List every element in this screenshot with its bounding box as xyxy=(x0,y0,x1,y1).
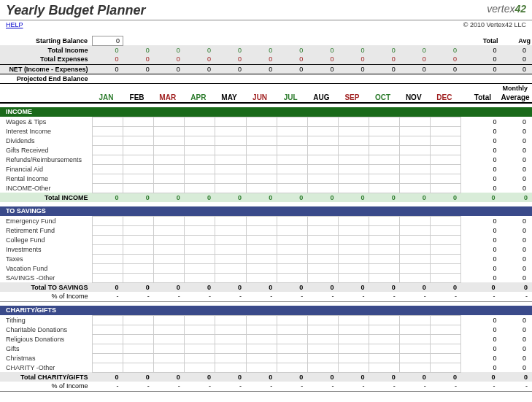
cell-2-1-2[interactable] xyxy=(154,325,185,334)
cell-2-4-3[interactable] xyxy=(185,353,215,363)
cell-1-1-1[interactable] xyxy=(123,225,154,235)
cell-0-5-7[interactable] xyxy=(307,164,338,174)
cell-2-4-11[interactable] xyxy=(431,353,461,363)
cell-1-5-10[interactable] xyxy=(400,263,431,273)
cell-2-4-1[interactable] xyxy=(123,353,154,363)
cell-1-3-7[interactable] xyxy=(307,244,338,254)
cell-1-2-0[interactable] xyxy=(92,235,123,244)
cell-1-0-7[interactable] xyxy=(307,216,338,225)
cell-0-5-11[interactable] xyxy=(431,164,461,174)
cell-1-1-6[interactable] xyxy=(277,225,307,235)
cell-1-3-4[interactable] xyxy=(215,244,246,254)
cell-2-5-1[interactable] xyxy=(123,363,154,372)
cell-2-1-3[interactable] xyxy=(185,325,215,334)
cell-0-5-1[interactable] xyxy=(123,164,154,174)
cell-0-7-5[interactable] xyxy=(246,183,277,193)
cell-2-2-10[interactable] xyxy=(400,334,431,344)
cell-0-5-9[interactable] xyxy=(369,164,400,174)
cell-1-2-5[interactable] xyxy=(246,235,277,244)
cell-2-2-6[interactable] xyxy=(277,334,307,344)
cell-0-1-6[interactable] xyxy=(277,126,307,136)
cell-1-2-3[interactable] xyxy=(185,235,215,244)
cell-1-2-4[interactable] xyxy=(215,235,246,244)
cell-2-2-9[interactable] xyxy=(369,334,400,344)
cell-2-2-1[interactable] xyxy=(123,334,154,344)
cell-1-3-10[interactable] xyxy=(400,244,431,254)
cell-1-0-11[interactable] xyxy=(431,216,461,225)
cell-0-2-10[interactable] xyxy=(400,136,431,145)
cell-2-0-4[interactable] xyxy=(215,315,246,325)
cell-2-5-11[interactable] xyxy=(431,363,461,372)
cell-1-3-3[interactable] xyxy=(185,244,215,254)
cell-1-1-8[interactable] xyxy=(338,225,369,235)
cell-1-4-0[interactable] xyxy=(92,254,123,263)
cell-2-1-8[interactable] xyxy=(338,325,369,334)
cell-1-5-8[interactable] xyxy=(338,263,369,273)
cell-0-4-4[interactable] xyxy=(215,155,246,164)
cell-0-3-10[interactable] xyxy=(400,145,431,155)
cell-0-0-0[interactable] xyxy=(92,117,123,126)
cell-2-3-0[interactable] xyxy=(92,344,123,353)
cell-2-1-5[interactable] xyxy=(246,325,277,334)
cell-0-2-1[interactable] xyxy=(123,136,154,145)
cell-2-1-10[interactable] xyxy=(400,325,431,334)
cell-2-0-11[interactable] xyxy=(431,315,461,325)
cell-0-7-2[interactable] xyxy=(154,183,185,193)
cell-0-1-1[interactable] xyxy=(123,126,154,136)
cell-0-5-5[interactable] xyxy=(246,164,277,174)
cell-2-0-6[interactable] xyxy=(277,315,307,325)
cell-2-3-9[interactable] xyxy=(369,344,400,353)
cell-1-6-4[interactable] xyxy=(215,273,246,282)
cell-0-0-8[interactable] xyxy=(338,117,369,126)
cell-2-2-5[interactable] xyxy=(246,334,277,344)
cell-2-0-0[interactable] xyxy=(92,315,123,325)
cell-1-2-8[interactable] xyxy=(338,235,369,244)
cell-1-0-3[interactable] xyxy=(185,216,215,225)
cell-0-7-1[interactable] xyxy=(123,183,154,193)
cell-1-6-2[interactable] xyxy=(154,273,185,282)
cell-1-6-8[interactable] xyxy=(338,273,369,282)
cell-1-1-3[interactable] xyxy=(185,225,215,235)
cell-1-6-5[interactable] xyxy=(246,273,277,282)
cell-0-4-1[interactable] xyxy=(123,155,154,164)
cell-0-3-4[interactable] xyxy=(215,145,246,155)
cell-0-0-5[interactable] xyxy=(246,117,277,126)
cell-0-2-2[interactable] xyxy=(154,136,185,145)
help-link[interactable]: HELP xyxy=(6,21,23,28)
cell-2-2-0[interactable] xyxy=(92,334,123,344)
cell-1-5-6[interactable] xyxy=(277,263,307,273)
cell-1-1-5[interactable] xyxy=(246,225,277,235)
cell-0-2-3[interactable] xyxy=(185,136,215,145)
cell-0-4-11[interactable] xyxy=(431,155,461,164)
cell-0-2-5[interactable] xyxy=(246,136,277,145)
cell-2-5-5[interactable] xyxy=(246,363,277,372)
cell-0-0-2[interactable] xyxy=(154,117,185,126)
cell-1-4-5[interactable] xyxy=(246,254,277,263)
cell-1-5-9[interactable] xyxy=(369,263,400,273)
cell-0-3-11[interactable] xyxy=(431,145,461,155)
starting-balance-input[interactable]: 0 xyxy=(92,36,123,45)
cell-0-6-2[interactable] xyxy=(154,174,185,183)
cell-0-5-3[interactable] xyxy=(185,164,215,174)
cell-0-4-10[interactable] xyxy=(400,155,431,164)
cell-0-0-9[interactable] xyxy=(369,117,400,126)
cell-1-3-8[interactable] xyxy=(338,244,369,254)
cell-2-1-1[interactable] xyxy=(123,325,154,334)
cell-1-1-10[interactable] xyxy=(400,225,431,235)
cell-1-4-10[interactable] xyxy=(400,254,431,263)
cell-2-4-9[interactable] xyxy=(369,353,400,363)
cell-1-6-6[interactable] xyxy=(277,273,307,282)
cell-0-1-0[interactable] xyxy=(92,126,123,136)
cell-2-0-7[interactable] xyxy=(307,315,338,325)
cell-0-0-11[interactable] xyxy=(431,117,461,126)
cell-1-4-11[interactable] xyxy=(431,254,461,263)
cell-0-6-9[interactable] xyxy=(369,174,400,183)
cell-0-1-7[interactable] xyxy=(307,126,338,136)
cell-1-4-9[interactable] xyxy=(369,254,400,263)
cell-2-0-8[interactable] xyxy=(338,315,369,325)
cell-1-5-7[interactable] xyxy=(307,263,338,273)
cell-0-4-6[interactable] xyxy=(277,155,307,164)
cell-0-0-6[interactable] xyxy=(277,117,307,126)
cell-1-6-0[interactable] xyxy=(92,273,123,282)
cell-0-6-1[interactable] xyxy=(123,174,154,183)
